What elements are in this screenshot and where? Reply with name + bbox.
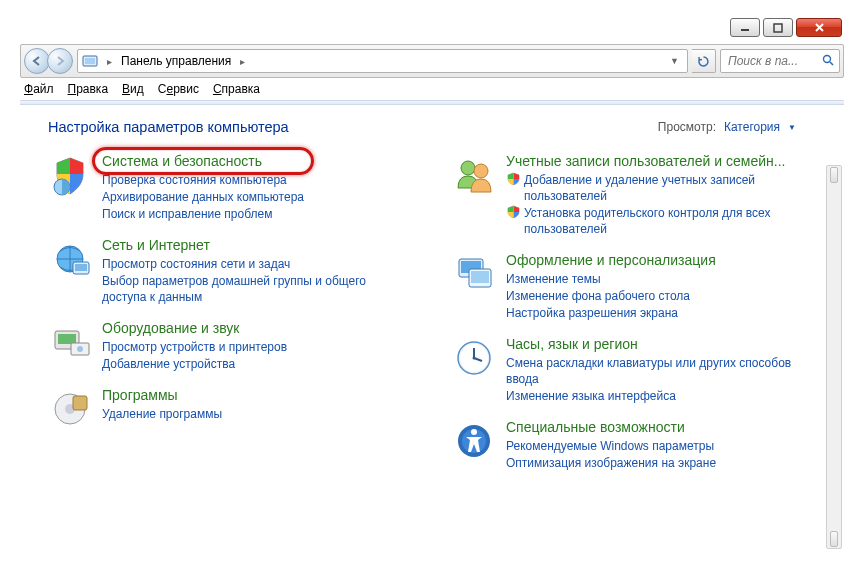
category-link[interactable]: Просмотр состояния сети и задач [102,256,412,272]
svg-point-18 [474,164,488,178]
category-title-system-security[interactable]: Система и безопасность [102,153,304,171]
breadcrumb-chevron-icon: ▸ [103,56,116,67]
network-internet-icon [48,237,92,281]
user-accounts-icon [452,153,496,197]
category-title-clock-language[interactable]: Часы, язык и регион [506,336,816,354]
view-by: Просмотр: Категория ▼ [658,120,796,134]
view-by-label: Просмотр: [658,120,716,134]
category-link[interactable]: Поиск и исправление проблем [102,206,304,222]
svg-rect-22 [471,271,489,283]
breadcrumb[interactable]: Панель управления [121,54,231,68]
category-clock-language: Часы, язык и регионСмена раскладки клави… [452,336,816,404]
category-title-hardware-sound[interactable]: Оборудование и звук [102,320,287,338]
appearance-icon [452,252,496,296]
category-title-programs[interactable]: Программы [102,387,222,405]
search-icon [822,54,834,69]
category-programs: ПрограммыУдаление программы [48,387,412,431]
forward-button[interactable] [47,48,73,74]
menu-service[interactable]: Сервис [158,82,199,96]
breadcrumb-chevron-icon: ▸ [236,56,249,67]
menu-edit[interactable]: Правка [68,82,109,96]
category-link[interactable]: Смена раскладки клавиатуры или других сп… [506,355,816,387]
category-link[interactable]: Добавление устройства [102,356,287,372]
category-title-network-internet[interactable]: Сеть и Интернет [102,237,412,255]
svg-point-4 [824,55,831,62]
page-title: Настройка параметров компьютера [48,119,289,135]
svg-line-5 [830,62,833,65]
svg-rect-1 [774,24,782,32]
svg-point-13 [77,346,83,352]
category-system-security: Система и безопасностьПроверка состояния… [48,153,412,222]
search-field[interactable] [726,53,818,69]
control-panel-icon [82,53,98,69]
menu-help[interactable]: Справка [213,82,260,96]
maximize-button[interactable] [763,18,793,37]
chevron-down-icon[interactable]: ▼ [788,123,796,132]
category-title-accessibility[interactable]: Специальные возможности [506,419,716,437]
category-link[interactable]: Изменение фона рабочего стола [506,288,716,304]
menubar: Файл Правка Вид Сервис Справка [20,78,844,100]
category-link[interactable]: Выбор параметров домашней группы и общег… [102,273,412,305]
category-link[interactable]: Установка родительского контроля для все… [506,205,816,237]
hardware-sound-icon [48,320,92,364]
scrollbar[interactable] [826,165,842,549]
category-link[interactable]: Оптимизация изображения на экране [506,455,716,471]
category-link[interactable]: Архивирование данных компьютера [102,189,304,205]
uac-shield-icon [506,172,520,186]
refresh-button[interactable] [692,49,716,73]
content-area: Настройка параметров компьютера Просмотр… [20,105,844,555]
close-button[interactable] [796,18,842,37]
search-input[interactable] [720,49,840,73]
category-network-internet: Сеть и ИнтернетПросмотр состояния сети и… [48,237,412,305]
svg-point-30 [471,429,477,435]
category-link[interactable]: Просмотр устройств и принтеров [102,339,287,355]
programs-icon [48,387,92,431]
minimize-button[interactable] [730,18,760,37]
category-title-user-accounts[interactable]: Учетные записи пользователей и семейн... [506,153,816,171]
category-title-appearance[interactable]: Оформление и персонализация [506,252,716,270]
svg-rect-3 [85,58,95,64]
category-link[interactable]: Изменение языка интерфейса [506,388,816,404]
view-by-value[interactable]: Категория [724,120,780,134]
svg-point-17 [461,161,475,175]
address-bar[interactable]: ▸ Панель управления ▸ ▼ [77,49,688,73]
category-user-accounts: Учетные записи пользователей и семейн...… [452,153,816,237]
system-security-icon [48,153,92,197]
navbar: ▸ Панель управления ▸ ▼ [20,44,844,78]
menu-view[interactable]: Вид [122,82,144,96]
svg-rect-9 [75,264,87,271]
category-link[interactable]: Удаление программы [102,406,222,422]
category-hardware-sound: Оборудование и звукПросмотр устройств и … [48,320,412,372]
address-dropdown-icon[interactable]: ▼ [666,56,683,66]
category-accessibility: Специальные возможностиРекомендуемые Win… [452,419,816,471]
svg-rect-0 [741,29,749,31]
titlebar [20,18,844,44]
svg-point-27 [473,357,476,360]
category-link[interactable]: Проверка состояния компьютера [102,172,304,188]
category-link[interactable]: Изменение темы [506,271,716,287]
clock-language-icon [452,336,496,380]
category-link[interactable]: Рекомендуемые Windows параметры [506,438,716,454]
category-link[interactable]: Добавление и удаление учетных записей по… [506,172,816,204]
category-appearance: Оформление и персонализацияИзменение тем… [452,252,816,321]
svg-rect-16 [73,396,87,410]
menu-file[interactable]: Файл [24,82,54,96]
category-link[interactable]: Настройка разрешения экрана [506,305,716,321]
accessibility-icon [452,419,496,463]
uac-shield-icon [506,205,520,219]
